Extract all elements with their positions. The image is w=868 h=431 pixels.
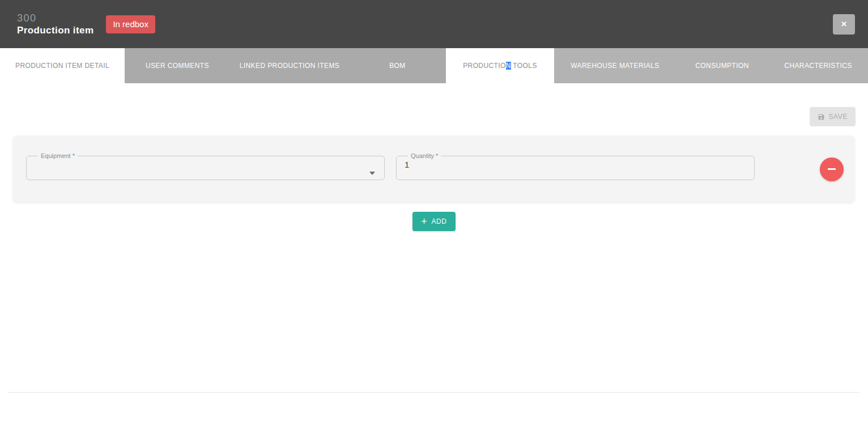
tab-label: CONSUMPTION [695,62,748,70]
item-number: 300 [17,12,93,24]
page-title: Production item [17,25,93,36]
status-badge: In redbox [106,15,155,33]
row-actions [755,157,844,181]
close-icon: ✕ [841,20,847,28]
add-button-label: ADD [431,217,446,225]
save-button-label: SAVE [828,113,848,121]
tab-label-segment: PRODUCTIO [463,62,506,70]
add-button[interactable]: + ADD [412,212,455,231]
equipment-value [33,159,377,172]
panel-toolbar: SAVE [0,107,856,126]
tab-label: WAREHOUSE MATERIALS [571,62,659,70]
production-tool-row: Equipment * Quantity * [13,136,854,202]
tab-label: USER COMMENTS [146,62,209,70]
tab-linked-production-items[interactable]: LINKED PRODUCTION ITEMS [230,48,349,83]
chevron-down-icon [369,172,375,175]
tab-bar: PRODUCTION ITEM DETAIL USER COMMENTS LIN… [0,48,868,83]
tab-characteristics[interactable]: CHARACTERISTICS [768,48,868,83]
save-icon [818,113,825,121]
minus-icon [828,168,836,170]
save-button[interactable]: SAVE [810,107,856,126]
remove-row-button[interactable] [820,157,844,181]
tab-label: PRODUCTION ITEM DETAIL [15,62,109,70]
quantity-label: Quantity * [408,153,441,159]
tab-user-comments[interactable]: USER COMMENTS [125,48,230,83]
production-item-window: 300 Production item In redbox ✕ PRODUCTI… [0,0,868,393]
tab-production-item-detail[interactable]: PRODUCTION ITEM DETAIL [0,48,125,83]
tab-label: CHARACTERISTICS [784,62,852,70]
tab-label-segment: TOOLS [511,62,537,70]
production-tools-panel: SAVE Equipment * Quantity * + ADD [0,107,868,393]
close-button[interactable]: ✕ [833,14,855,35]
divider [8,392,860,393]
tab-bom[interactable]: BOM [349,48,446,83]
tab-label: LINKED PRODUCTION ITEMS [240,62,340,70]
plus-icon: + [421,216,427,227]
quantity-input[interactable] [403,159,747,169]
tab-label: BOM [389,62,406,70]
title-block: 300 Production item [17,12,93,36]
window-header: 300 Production item In redbox ✕ [0,0,868,48]
equipment-select[interactable]: Equipment * [26,153,385,180]
tab-consumption[interactable]: CONSUMPTION [676,48,768,83]
tab-production-tools[interactable]: PRODUCTION TOOLS [446,48,554,83]
add-row: + ADD [0,212,868,231]
text-selection-highlight: N [506,62,511,70]
tab-warehouse-materials[interactable]: WAREHOUSE MATERIALS [554,48,676,83]
equipment-label: Equipment * [38,153,78,159]
quantity-field: Quantity * [396,153,755,180]
